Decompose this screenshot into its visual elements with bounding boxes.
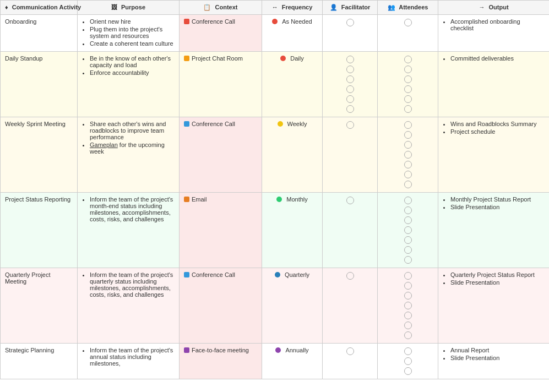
context-label: Conference Call bbox=[184, 18, 257, 25]
header-attendees: 👥 Attendees bbox=[378, 1, 438, 15]
frequency-text: Monthly bbox=[286, 196, 308, 203]
cell-context-quarterly: Conference Call bbox=[180, 268, 262, 344]
context-text: Conference Call bbox=[192, 121, 235, 127]
cell-facilitator-strategic bbox=[323, 344, 378, 379]
frequency-dot bbox=[280, 56, 286, 61]
frequency-label: Annually bbox=[267, 347, 318, 353]
cell-context-weekly: Conference Call bbox=[180, 117, 262, 193]
cell-output-onboarding: Accomplished onboarding checklist bbox=[438, 15, 550, 52]
cell-activity-quarterly: Quarterly Project Meeting bbox=[1, 268, 78, 344]
cell-activity-daily: Daily Standup bbox=[1, 52, 78, 117]
frequency-text: As Needed bbox=[282, 18, 312, 25]
cell-output-weekly: Wins and Roadblocks SummaryProject sched… bbox=[438, 117, 550, 193]
attendee-circle bbox=[404, 302, 412, 309]
table-row-daily: Daily StandupBe in the know of each othe… bbox=[1, 52, 550, 117]
header-output: → Output bbox=[438, 1, 550, 15]
cell-frequency-strategic: Annually bbox=[262, 344, 323, 379]
purpose-icon: 🖼 bbox=[111, 4, 117, 10]
attendee-circles bbox=[382, 55, 433, 113]
attendee-circle bbox=[404, 272, 412, 280]
attendee-circle bbox=[404, 95, 412, 103]
purpose-item: Enforce accountability bbox=[90, 69, 175, 76]
header-frequency: ↔ Frequency bbox=[262, 1, 323, 15]
frequency-dot bbox=[278, 121, 283, 127]
activity-label: Daily Standup bbox=[5, 55, 43, 62]
cell-context-project: Email bbox=[180, 193, 262, 268]
cell-context-onboarding: Conference Call bbox=[180, 15, 262, 52]
facilitator-circle bbox=[346, 197, 354, 204]
attendee-circle bbox=[404, 367, 412, 375]
cell-attendees-weekly bbox=[378, 117, 438, 193]
cell-purpose-weekly: Share each other's wins and roadblocks t… bbox=[78, 117, 180, 193]
cell-facilitator-project bbox=[323, 193, 378, 268]
output-item: Slide Presentation bbox=[450, 279, 545, 286]
purpose-item: Share each other's wins and roadblocks t… bbox=[90, 121, 175, 140]
context-color-icon bbox=[184, 121, 189, 127]
frequency-label: Weekly bbox=[267, 121, 318, 127]
activity-label: Strategic Planning bbox=[5, 347, 54, 353]
context-color-icon bbox=[184, 19, 189, 24]
cell-purpose-strategic: Inform the team of the project's annual … bbox=[78, 344, 180, 379]
cell-frequency-quarterly: Quarterly bbox=[262, 268, 323, 344]
cell-frequency-weekly: Weekly bbox=[262, 117, 323, 193]
attendee-circle bbox=[404, 312, 412, 319]
attendee-circle bbox=[404, 357, 412, 365]
context-color-icon bbox=[184, 272, 189, 277]
attendee-circle bbox=[404, 141, 412, 149]
attendee-circle bbox=[404, 121, 412, 129]
gameplan-link: Gameplan bbox=[90, 141, 118, 148]
context-color-icon bbox=[184, 197, 189, 202]
context-color-icon bbox=[184, 56, 189, 61]
facilitator-circles bbox=[327, 18, 373, 27]
attendee-circle bbox=[404, 282, 412, 290]
context-label: Email bbox=[184, 196, 257, 203]
activity-label: Project Status Reporting bbox=[5, 196, 70, 203]
context-text: Face-to-face meeting bbox=[192, 347, 249, 353]
attendee-circles bbox=[382, 18, 433, 27]
cell-frequency-onboarding: As Needed bbox=[262, 15, 323, 52]
cell-output-project: Monthly Project Status ReportSlide Prese… bbox=[438, 193, 550, 268]
header-activity: ♦ Communication Activity bbox=[1, 1, 78, 15]
attendee-circle bbox=[404, 56, 412, 63]
frequency-text: Daily bbox=[290, 55, 303, 62]
output-item: Committed deliverables bbox=[450, 55, 545, 62]
frequency-dot bbox=[275, 272, 280, 277]
attendee-circle bbox=[404, 181, 412, 188]
frequency-icon: ↔ bbox=[272, 4, 278, 10]
facilitator-circle bbox=[346, 121, 354, 129]
cell-attendees-daily bbox=[378, 52, 438, 117]
cell-purpose-project: Inform the team of the project's month-e… bbox=[78, 193, 180, 268]
attendee-circle bbox=[404, 256, 412, 264]
facilitator-circle bbox=[346, 66, 354, 73]
attendee-circle bbox=[404, 66, 412, 73]
frequency-text: Weekly bbox=[287, 121, 307, 127]
header-facilitator: 👤 Facilitator bbox=[323, 1, 378, 15]
cell-attendees-quarterly bbox=[378, 268, 438, 344]
header-purpose: 🖼 Purpose bbox=[78, 1, 180, 15]
cell-activity-project: Project Status Reporting bbox=[1, 193, 78, 268]
activity-label: Weekly Sprint Meeting bbox=[5, 121, 66, 127]
facilitator-circles bbox=[327, 196, 373, 205]
cell-purpose-onboarding: Orient new hirePlug them into the projec… bbox=[78, 15, 180, 52]
cell-context-strategic: Face-to-face meeting bbox=[180, 344, 262, 379]
frequency-dot bbox=[275, 347, 281, 353]
output-item: Accomplished onboarding checklist bbox=[450, 18, 545, 31]
facilitator-circle bbox=[346, 95, 354, 103]
header-context: 📋 Context bbox=[180, 1, 262, 15]
output-item: Slide Presentation bbox=[450, 204, 545, 210]
attendee-circle bbox=[404, 236, 412, 244]
table-row-quarterly: Quarterly Project MeetingInform the team… bbox=[1, 268, 550, 344]
attendee-circle bbox=[404, 322, 412, 329]
attendee-circle bbox=[404, 161, 412, 168]
cell-frequency-project: Monthly bbox=[262, 193, 323, 268]
output-item: Slide Presentation bbox=[450, 355, 545, 361]
table-row-onboarding: OnboardingOrient new hirePlug them into … bbox=[1, 15, 550, 52]
attendee-circle bbox=[404, 197, 412, 204]
attendee-circles bbox=[382, 121, 433, 189]
facilitator-circle bbox=[346, 19, 354, 26]
frequency-text: Annually bbox=[285, 347, 308, 353]
cell-context-daily: Project Chat Room bbox=[180, 52, 262, 117]
attendee-circle bbox=[404, 131, 412, 139]
facilitator-circle bbox=[346, 56, 354, 63]
cell-output-daily: Committed deliverables bbox=[438, 52, 550, 117]
